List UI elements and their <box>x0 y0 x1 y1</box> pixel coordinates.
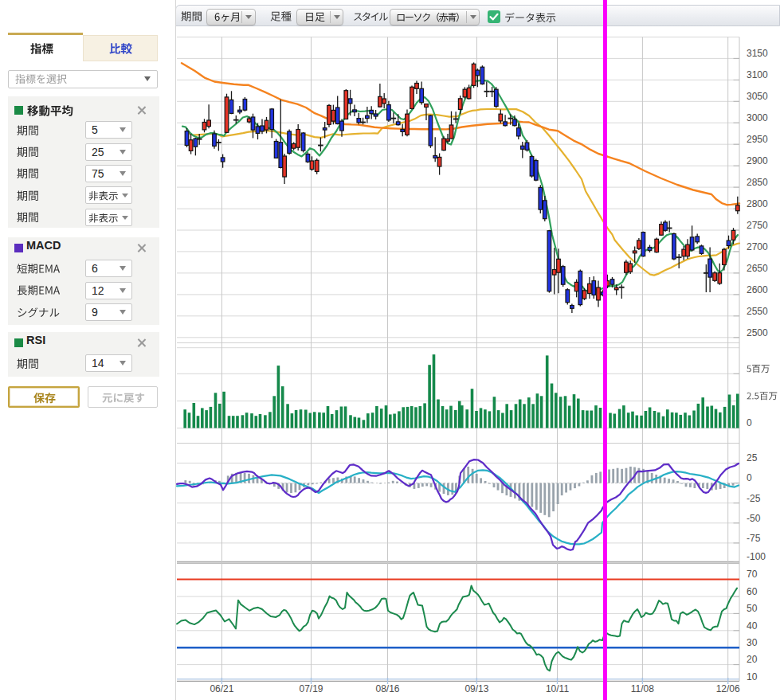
svg-text:30: 30 <box>747 637 758 648</box>
svg-text:0: 0 <box>747 472 752 483</box>
svg-text:70: 70 <box>747 569 758 580</box>
svg-text:2850: 2850 <box>747 177 768 188</box>
svg-text:50: 50 <box>747 603 758 614</box>
svg-text:3050: 3050 <box>747 91 768 102</box>
svg-text:-25: -25 <box>747 493 761 504</box>
svg-text:25: 25 <box>747 452 758 463</box>
svg-text:20: 20 <box>747 654 758 665</box>
svg-text:2550: 2550 <box>747 306 768 317</box>
svg-text:09/13: 09/13 <box>464 683 488 694</box>
svg-text:11/08: 11/08 <box>631 683 654 694</box>
svg-text:-100: -100 <box>747 551 766 562</box>
svg-text:-75: -75 <box>747 533 761 544</box>
svg-text:3000: 3000 <box>747 112 768 123</box>
svg-text:2650: 2650 <box>747 263 768 274</box>
svg-text:2500: 2500 <box>747 327 768 338</box>
svg-text:2800: 2800 <box>747 198 768 209</box>
svg-text:2950: 2950 <box>747 134 768 145</box>
svg-text:40: 40 <box>747 620 758 632</box>
svg-text:2600: 2600 <box>747 284 768 295</box>
svg-text:60: 60 <box>747 586 758 597</box>
svg-text:10/11: 10/11 <box>546 683 569 694</box>
svg-text:3100: 3100 <box>747 69 768 80</box>
svg-text:06/21: 06/21 <box>210 683 233 694</box>
svg-text:2750: 2750 <box>747 220 768 231</box>
svg-text:3150: 3150 <box>747 48 768 59</box>
svg-text:2900: 2900 <box>747 155 768 166</box>
svg-text:2700: 2700 <box>747 241 768 252</box>
svg-text:-50: -50 <box>747 513 761 524</box>
svg-text:08/16: 08/16 <box>375 683 399 694</box>
svg-text:0: 0 <box>747 417 752 428</box>
svg-text:10: 10 <box>747 671 758 682</box>
svg-text:07/19: 07/19 <box>299 683 323 694</box>
svg-text:12/06: 12/06 <box>716 683 740 694</box>
